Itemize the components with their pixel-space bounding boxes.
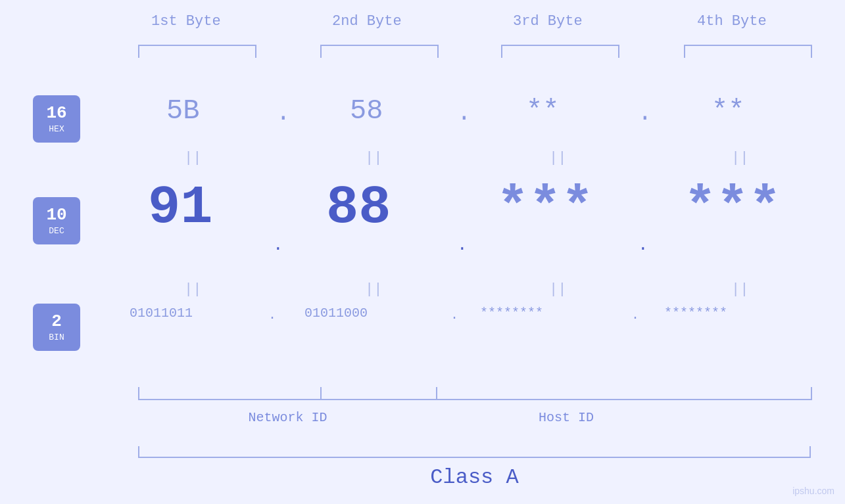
class-a-label: Class A xyxy=(138,465,811,490)
byte3-header: 3rd Byte xyxy=(513,13,583,30)
bin-sep-1: . xyxy=(268,308,276,323)
eq1-1: || xyxy=(184,150,201,166)
bin-sep-2: . xyxy=(450,308,458,323)
main-layout: 1st Byte 2nd Byte 3rd Byte 4th Byte 16 H… xyxy=(0,0,845,504)
dec-sep-3: . xyxy=(638,235,648,255)
dec-sep-2: . xyxy=(457,235,468,255)
eq1-2: || xyxy=(365,150,382,166)
byte4-header: 4th Byte xyxy=(697,13,767,30)
dec-val-1: 91 xyxy=(148,177,212,239)
badge-hex-label: HEX xyxy=(49,124,64,134)
dec-sep-1: . xyxy=(273,235,283,255)
hex-val-1: 5B xyxy=(166,95,199,127)
dec-val-4: *** xyxy=(684,177,781,239)
badge-dec-num: 10 xyxy=(46,206,66,225)
bracket-host xyxy=(320,387,812,400)
hex-sep-3: . xyxy=(638,100,652,127)
badge-bin-label: BIN xyxy=(49,332,64,342)
bin-val-3: ******** xyxy=(480,306,543,321)
dec-val-3: *** xyxy=(496,177,594,239)
top-bracket-2 xyxy=(320,45,439,58)
watermark: ipshu.com xyxy=(792,486,834,496)
badge-hex-num: 16 xyxy=(46,104,66,123)
badge-bin-num: 2 xyxy=(51,312,62,331)
eq2-4: || xyxy=(731,281,748,298)
host-id-label: Host ID xyxy=(320,410,812,425)
bin-val-2: 01011000 xyxy=(304,306,368,321)
eq1-4: || xyxy=(731,150,748,166)
badge-dec: 10 DEC xyxy=(33,197,80,244)
badge-bin: 2 BIN xyxy=(33,304,80,351)
eq2-2: || xyxy=(365,281,382,298)
hex-sep-1: . xyxy=(276,100,291,127)
badge-dec-label: DEC xyxy=(49,226,64,236)
eq2-3: || xyxy=(549,281,566,298)
bracket-class-a xyxy=(138,446,811,458)
eq1-3: || xyxy=(549,150,566,166)
hex-val-4: ** xyxy=(712,95,744,127)
hex-val-3: ** xyxy=(526,95,559,127)
badge-hex: 16 HEX xyxy=(33,95,80,143)
top-bracket-1 xyxy=(138,45,256,58)
byte2-header: 2nd Byte xyxy=(332,13,402,30)
hex-sep-2: . xyxy=(457,100,471,127)
eq2-1: || xyxy=(184,281,201,298)
bin-sep-3: . xyxy=(631,308,639,323)
bin-val-1: 01011011 xyxy=(130,306,193,321)
top-bracket-3 xyxy=(501,45,619,58)
top-bracket-4 xyxy=(684,45,812,58)
byte1-header: 1st Byte xyxy=(151,13,221,30)
dec-val-2: 88 xyxy=(326,177,391,239)
bin-val-4: ******** xyxy=(664,306,727,321)
hex-val-2: 58 xyxy=(350,95,383,127)
